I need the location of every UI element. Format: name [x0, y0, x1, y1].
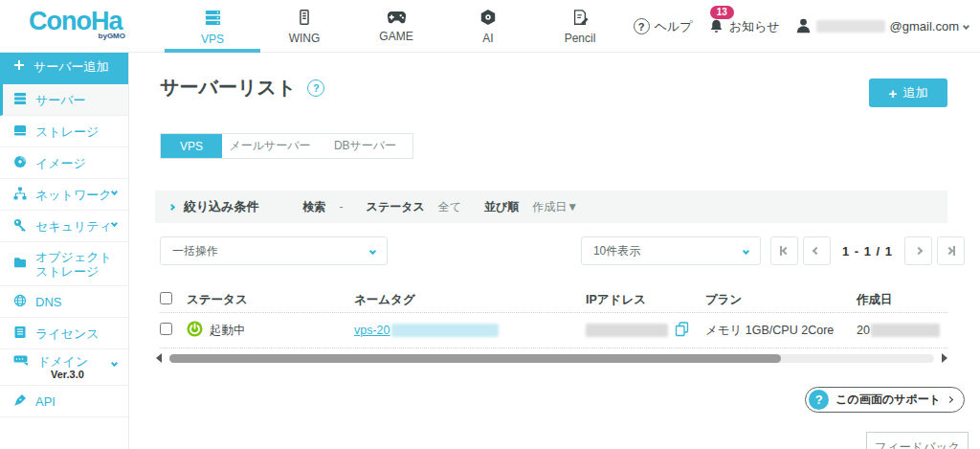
sidebar-item-license[interactable]: ライセンス: [0, 318, 128, 349]
select-all-checkbox[interactable]: [160, 292, 172, 304]
nav-label: VPS: [201, 34, 224, 45]
user-icon: [795, 17, 812, 36]
power-on-icon: [187, 321, 203, 340]
row-checkbox[interactable]: [160, 323, 172, 335]
copy-icon[interactable]: [675, 322, 689, 340]
conoha-logo[interactable]: ConoHa byGMO: [29, 8, 129, 40]
tab-vps[interactable]: VPS: [161, 134, 222, 158]
created-cell: 20: [857, 324, 947, 338]
sidebar-item-security[interactable]: セキュリティ: [0, 211, 128, 242]
sidebar-item-server[interactable]: サーバー: [0, 84, 128, 116]
sidebar-label: オブジェクト ストレージ: [35, 250, 112, 279]
sidebar-label: サーバー追加: [33, 59, 109, 74]
support-question-icon: ?: [809, 390, 829, 410]
sidebar-item-dns[interactable]: DNS: [0, 286, 128, 318]
logo-text: ConoHa: [29, 8, 129, 34]
add-server-button[interactable]: + 追加: [869, 79, 947, 107]
feedback-button[interactable]: フィードバック: [866, 432, 969, 449]
nav-item-game[interactable]: GAME: [350, 0, 442, 53]
page-title-row: サーバーリスト ?: [160, 75, 324, 101]
first-page-button[interactable]: [770, 236, 798, 265]
plus-icon: +: [889, 87, 898, 100]
help-menu[interactable]: ? ヘルプ: [634, 18, 693, 35]
scroll-left-arrow-icon[interactable]: [156, 353, 162, 363]
chevron-down-icon: [111, 189, 118, 195]
col-header-ip: IPアドレス: [586, 292, 705, 308]
main-content: サーバーリスト ? + 追加 VPS メールサーバー DBサーバー 絞り込み条件…: [130, 54, 980, 449]
filter-search-value: -: [340, 200, 344, 213]
nav-item-ai[interactable]: AI: [442, 0, 534, 53]
nav-label: WING: [289, 33, 321, 44]
table-header-row: ステータス ネームタグ IPアドレス プラン 作成日: [160, 287, 947, 313]
filter-sort-value: 作成日▼: [532, 199, 578, 215]
nav-label: Pencil: [565, 33, 596, 44]
next-page-button[interactable]: [904, 236, 932, 265]
tab-mail-server[interactable]: メールサーバー: [222, 134, 318, 158]
sidebar-item-domain[interactable]: ドメイン Ver.3.0: [0, 349, 128, 386]
plan-cell: メモリ 1GB/CPU 2Core: [705, 323, 857, 339]
service-nav: VPS WING GAME AI: [167, 0, 626, 53]
nametag-cell: vps-20: [354, 324, 586, 337]
pagination-controls: 10件表示 1 - 1 / 1: [581, 236, 965, 265]
account-menu[interactable]: @gmail.com: [795, 17, 969, 36]
server-nametag-link[interactable]: vps-20: [354, 324, 499, 337]
chevron-right-icon: [947, 396, 953, 403]
filter-title: 絞り込み条件: [184, 198, 259, 215]
domain-version-label: Ver.3.0: [51, 369, 88, 380]
gamepad-icon: [387, 11, 407, 28]
notice-menu[interactable]: 13 お知らせ: [708, 18, 780, 35]
globe-icon: [13, 294, 27, 310]
filter-bar[interactable]: 絞り込み条件 検索 - ステータス 全て 並び順 作成日▼: [155, 191, 947, 223]
nav-item-vps[interactable]: VPS: [167, 0, 258, 53]
title-help-icon[interactable]: ?: [307, 79, 324, 97]
nav-item-wing[interactable]: WING: [258, 0, 350, 53]
scroll-right-arrow-icon[interactable]: [942, 353, 947, 363]
add-button-label: 追加: [902, 84, 927, 101]
per-page-select[interactable]: 10件表示: [581, 236, 761, 265]
prev-page-button[interactable]: [803, 236, 831, 265]
sidebar-item-object-storage[interactable]: オブジェクト ストレージ: [0, 242, 128, 286]
account-email-redacted: [816, 20, 885, 33]
col-header-status: ステータス: [187, 292, 354, 308]
chevron-down-icon: [963, 23, 969, 30]
bulk-action-select[interactable]: 一括操作: [160, 236, 388, 265]
license-document-icon: [13, 326, 27, 342]
status-cell: 起動中: [187, 321, 354, 340]
filter-sort-label: 並び順: [484, 199, 519, 215]
last-page-button[interactable]: [937, 236, 965, 265]
tab-db-server[interactable]: DBサーバー: [318, 134, 412, 158]
bell-icon: 13: [708, 18, 724, 34]
scrollbar-thumb[interactable]: [169, 354, 781, 363]
sidebar-label: イメージ: [35, 156, 86, 170]
created-date-redacted: [871, 324, 940, 337]
vps-server-icon: [204, 9, 222, 31]
screen-support-button[interactable]: ? この画面のサポート: [805, 387, 965, 413]
sidebar-item-storage[interactable]: ストレージ: [0, 116, 128, 147]
filter-status-label: ステータス: [367, 199, 425, 215]
sidebar-label: セキュリティ: [35, 219, 112, 234]
sidebar-item-image[interactable]: イメージ: [0, 147, 128, 179]
status-text: 起動中: [210, 323, 246, 339]
document-pencil-icon: [571, 9, 589, 30]
nav-item-pencil[interactable]: Pencil: [534, 0, 626, 53]
storage-drive-icon: [13, 123, 27, 140]
table-row: 起動中 vps-20 メモリ 1GB/CPU 2Core 20: [160, 313, 947, 348]
scrollbar-track[interactable]: [169, 354, 934, 363]
network-icon: [13, 187, 27, 203]
created-prefix: 20: [857, 324, 870, 337]
pen-nib-icon: [13, 393, 27, 410]
last-page-icon: [953, 246, 955, 256]
utility-area: ? ヘルプ 13 お知らせ @gmail.com: [634, 0, 969, 53]
chevron-right-icon: [946, 247, 953, 255]
sidebar-item-network[interactable]: ネットワーク: [0, 179, 128, 211]
server-table: ステータス ネームタグ IPアドレス プラン 作成日 起動中 vps-20: [160, 287, 947, 348]
conoha-control-panel: ConoHa byGMO VPS WING GAME: [0, 0, 980, 449]
disc-icon: [13, 155, 27, 171]
sidebar-item-api[interactable]: API: [0, 386, 128, 417]
server-icon: [13, 92, 27, 108]
account-email-suffix: @gmail.com: [890, 19, 959, 34]
sidebar-item-add-server[interactable]: サーバー追加: [0, 49, 128, 84]
chevron-right-icon: [168, 203, 175, 210]
pager: 1 - 1 / 1: [770, 236, 965, 265]
chevron-down-icon: [743, 247, 749, 254]
